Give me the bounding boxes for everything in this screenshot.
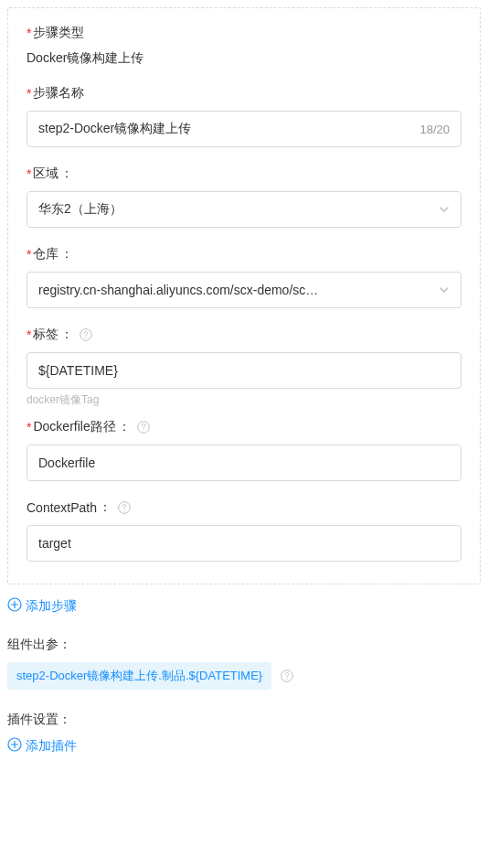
step-name-input[interactable] bbox=[38, 122, 412, 136]
plus-circle-icon bbox=[7, 597, 22, 615]
required-asterisk: * bbox=[27, 247, 31, 262]
contextpath-label: ContextPath ： bbox=[27, 499, 461, 516]
svg-point-1 bbox=[86, 338, 87, 338]
colon: ： bbox=[60, 327, 73, 343]
svg-point-3 bbox=[143, 430, 143, 431]
repo-selected-value: registry.cn-shanghai.aliyuncs.com/scx-de… bbox=[38, 283, 439, 297]
help-icon[interactable] bbox=[117, 500, 132, 515]
add-step-button[interactable]: 添加步骤 bbox=[7, 597, 481, 615]
label-text: 标签 bbox=[33, 327, 58, 343]
label-text: 步骤类型 bbox=[33, 25, 84, 41]
label-text: 区域 bbox=[33, 166, 58, 182]
region-select[interactable]: 华东2（上海） bbox=[27, 191, 461, 228]
step-configuration-box: * 步骤类型 Docker镜像构建上传 * 步骤名称 18/20 * 区域 ： bbox=[7, 7, 481, 584]
label-text: ContextPath bbox=[27, 500, 97, 515]
step-name-input-wrapper[interactable]: 18/20 bbox=[27, 111, 461, 147]
tag-input[interactable] bbox=[38, 363, 450, 378]
step-type-value: Docker镜像构建上传 bbox=[27, 50, 461, 67]
add-plugin-label: 添加插件 bbox=[26, 738, 77, 755]
svg-point-5 bbox=[123, 510, 124, 511]
colon: ： bbox=[60, 246, 73, 263]
contextpath-input-wrapper[interactable] bbox=[27, 525, 461, 562]
contextpath-field: ContextPath ： bbox=[27, 499, 461, 562]
tag-hint: docker镜像Tag bbox=[27, 392, 461, 408]
required-asterisk: * bbox=[27, 327, 31, 342]
form-container: * 步骤类型 Docker镜像构建上传 * 步骤名称 18/20 * 区域 ： bbox=[0, 0, 488, 868]
required-asterisk: * bbox=[27, 26, 31, 40]
help-icon[interactable] bbox=[79, 327, 93, 342]
help-icon[interactable] bbox=[281, 670, 293, 682]
required-asterisk: * bbox=[27, 420, 31, 434]
label-text: 仓库 bbox=[33, 246, 58, 263]
label-text: 步骤名称 bbox=[33, 85, 84, 102]
repo-field: * 仓库 ： registry.cn-shanghai.aliyuncs.com… bbox=[27, 246, 461, 308]
output-row: step2-Docker镜像构建上传.制品.${DATETIME} bbox=[7, 662, 481, 690]
repo-select[interactable]: registry.cn-shanghai.aliyuncs.com/scx-de… bbox=[27, 272, 461, 308]
required-asterisk: * bbox=[27, 166, 31, 181]
add-plugin-button[interactable]: 添加插件 bbox=[7, 737, 481, 755]
plus-circle-icon bbox=[7, 737, 22, 755]
dockerfile-input[interactable] bbox=[38, 455, 450, 470]
region-label: * 区域 ： bbox=[27, 166, 461, 182]
tag-label: * 标签 ： bbox=[27, 327, 461, 343]
add-step-label: 添加步骤 bbox=[26, 598, 77, 615]
label-text: Dockerfile路径 bbox=[33, 419, 115, 435]
step-name-field: * 步骤名称 18/20 bbox=[27, 85, 461, 147]
colon: ： bbox=[118, 419, 131, 435]
contextpath-input[interactable] bbox=[38, 536, 450, 551]
plugin-section-label: 插件设置： bbox=[7, 712, 481, 728]
output-tag[interactable]: step2-Docker镜像构建上传.制品.${DATETIME} bbox=[7, 662, 271, 690]
chevron-down-icon bbox=[439, 204, 450, 215]
colon: ： bbox=[60, 166, 73, 182]
colon: ： bbox=[99, 499, 111, 516]
tag-input-wrapper[interactable] bbox=[27, 352, 461, 389]
required-asterisk: * bbox=[27, 86, 31, 101]
step-name-char-count: 18/20 bbox=[419, 123, 450, 136]
tag-field: * 标签 ： docker镜像Tag bbox=[27, 327, 461, 408]
region-selected-value: 华东2（上海） bbox=[38, 201, 439, 218]
output-section-label: 组件出参： bbox=[7, 637, 481, 653]
dockerfile-label: * Dockerfile路径 ： bbox=[27, 419, 461, 435]
region-field: * 区域 ： 华东2（上海） bbox=[27, 166, 461, 228]
step-type-label: * 步骤类型 bbox=[27, 25, 461, 41]
chevron-down-icon bbox=[439, 284, 450, 295]
svg-point-8 bbox=[287, 679, 288, 680]
step-name-label: * 步骤名称 bbox=[27, 85, 461, 102]
help-icon[interactable] bbox=[136, 420, 151, 434]
repo-label: * 仓库 ： bbox=[27, 246, 461, 263]
dockerfile-input-wrapper[interactable] bbox=[27, 445, 461, 481]
step-type-field: * 步骤类型 Docker镜像构建上传 bbox=[27, 25, 461, 67]
dockerfile-field: * Dockerfile路径 ： bbox=[27, 419, 461, 481]
